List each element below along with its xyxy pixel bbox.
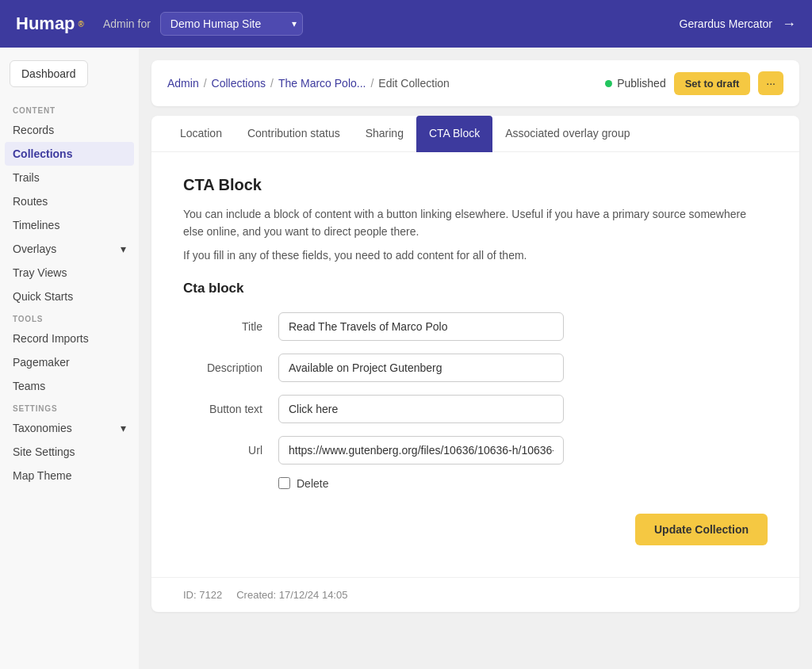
site-selector-wrapper[interactable]: Demo Humap Site (160, 12, 303, 36)
sidebar-item-overlays[interactable]: Overlays ▾ (0, 237, 139, 261)
section-title: CTA Block (183, 176, 768, 194)
logo-text: Humap (16, 13, 75, 34)
url-row: Url (183, 436, 768, 464)
status-indicator: Published (605, 77, 666, 90)
logo: Humap® (16, 13, 84, 34)
breadcrumb-admin[interactable]: Admin (167, 77, 199, 90)
content-panel: Location Contribution status Sharing CTA… (151, 116, 799, 612)
sidebar-item-trails[interactable]: Trails (0, 166, 139, 189)
sidebar-item-teams[interactable]: Teams (0, 374, 139, 398)
sidebar-item-record-imports[interactable]: Record Imports (0, 327, 139, 350)
tools-section-label: TOOLS (0, 308, 139, 327)
settings-section-label: SETTINGS (0, 398, 139, 416)
admin-for-area: Admin for Demo Humap Site (103, 12, 303, 36)
footer-created: Created: 17/12/24 14:05 (236, 589, 347, 601)
user-name: Gerardus Mercator (680, 17, 772, 30)
sidebar-item-pagemaker[interactable]: Pagemaker (0, 350, 139, 374)
description-input[interactable] (278, 354, 564, 382)
title-row: Title (183, 312, 768, 341)
button-row: Update Collection (183, 514, 768, 545)
sidebar-item-routes[interactable]: Routes (0, 189, 139, 213)
delete-row: Delete (278, 477, 768, 490)
tab-sharing[interactable]: Sharing (353, 116, 416, 152)
button-text-input[interactable] (278, 395, 564, 423)
chevron-right-icon-taxonomies: ▾ (121, 422, 126, 434)
footer-id: ID: 7122 (183, 589, 222, 601)
button-text-row: Button text (183, 395, 768, 423)
title-input[interactable] (278, 312, 564, 341)
dashboard-button[interactable]: Dashboard (10, 60, 88, 87)
main-content: Admin / Collections / The Marco Polo... … (139, 48, 812, 669)
section-description-2: If you fill in any of these fields, you … (183, 249, 768, 262)
sidebar-item-map-theme[interactable]: Map Theme (0, 464, 139, 487)
more-options-button[interactable]: ··· (758, 71, 783, 95)
breadcrumb-sep-2: / (270, 77, 274, 90)
chevron-right-icon: ▾ (121, 243, 126, 255)
breadcrumb-actions: Published Set to draft ··· (605, 71, 783, 95)
tab-bar: Location Contribution status Sharing CTA… (151, 116, 799, 152)
sidebar-item-site-settings[interactable]: Site Settings (0, 440, 139, 464)
sidebar-item-tray-views[interactable]: Tray Views (0, 261, 139, 285)
delete-label: Delete (297, 477, 328, 490)
breadcrumb-collection-name[interactable]: The Marco Polo... (278, 77, 366, 90)
admin-for-label: Admin for (103, 17, 151, 30)
section-description-1: You can include a block of content with … (183, 205, 768, 241)
user-area: Gerardus Mercator → (680, 16, 796, 32)
cta-block-sub-title: Cta block (183, 281, 768, 296)
breadcrumb-sep-1: / (204, 77, 207, 90)
button-text-label: Button text (183, 403, 262, 415)
delete-checkbox[interactable] (278, 477, 290, 489)
sidebar-item-collections[interactable]: Collections (5, 142, 134, 166)
breadcrumb-sep-3: / (370, 77, 373, 90)
tab-contribution-status[interactable]: Contribution status (235, 116, 353, 152)
form-area: CTA Block You can include a block of con… (151, 152, 799, 577)
sidebar-item-quick-starts[interactable]: Quick Starts (0, 285, 139, 308)
tab-cta-block[interactable]: CTA Block (416, 116, 492, 152)
url-input[interactable] (278, 436, 564, 464)
breadcrumb-current: Edit Collection (378, 77, 450, 90)
sidebar: Dashboard CONTENT Records Collections Tr… (0, 48, 139, 669)
url-label: Url (183, 444, 262, 457)
content-section-label: CONTENT (0, 100, 139, 118)
set-draft-button[interactable]: Set to draft (674, 72, 751, 95)
site-selector[interactable]: Demo Humap Site (160, 12, 303, 36)
status-dot (605, 80, 612, 87)
top-navigation: Humap® Admin for Demo Humap Site Gerardu… (0, 0, 812, 48)
logo-dot: ® (79, 20, 84, 29)
breadcrumb-bar: Admin / Collections / The Marco Polo... … (151, 60, 799, 106)
breadcrumb: Admin / Collections / The Marco Polo... … (167, 77, 450, 90)
sidebar-item-taxonomies[interactable]: Taxonomies ▾ (0, 416, 139, 440)
update-collection-button[interactable]: Update Collection (635, 514, 768, 545)
title-label: Title (183, 320, 262, 333)
logout-button[interactable]: → (782, 16, 796, 32)
tab-location[interactable]: Location (167, 116, 235, 152)
description-label: Description (183, 361, 262, 374)
breadcrumb-collections[interactable]: Collections (212, 77, 266, 90)
main-layout: Dashboard CONTENT Records Collections Tr… (0, 48, 812, 669)
status-label: Published (617, 77, 666, 90)
footer-info: ID: 7122 Created: 17/12/24 14:05 (151, 577, 799, 612)
tab-associated-overlay-group[interactable]: Associated overlay group (492, 116, 642, 152)
description-row: Description (183, 354, 768, 382)
sidebar-item-records[interactable]: Records (0, 118, 139, 142)
sidebar-item-timelines[interactable]: Timelines (0, 213, 139, 237)
